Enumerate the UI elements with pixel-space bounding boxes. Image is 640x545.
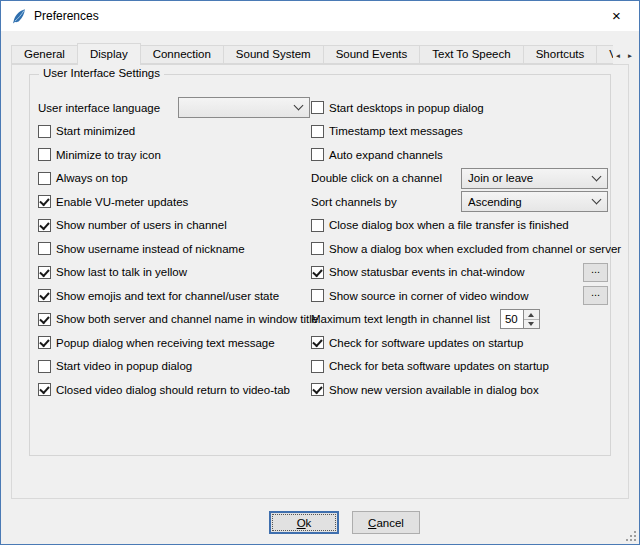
row-auto-expand-channels[interactable]: Auto expand channels [311, 143, 608, 167]
row-show-statusbar-events-in-chat-window[interactable]: Show statusbar events in chat-window... [311, 261, 608, 285]
row-popup-dialog-when-receiving-text-message[interactable]: Popup dialog when receiving text message [38, 331, 310, 355]
spin-down-button[interactable] [524, 319, 539, 329]
dropdown-value: Ascending [468, 196, 587, 208]
row-show-username-instead-of-nickname[interactable]: Show username instead of nickname [38, 237, 310, 261]
arrow-down-icon [528, 322, 534, 326]
label-show-source-in-corner-of-video-window: Show source in corner of video window [329, 290, 528, 302]
row-minimize-to-tray-icon[interactable]: Minimize to tray icon [38, 143, 310, 167]
checkbox-start-desktops-in-popup-dialog[interactable] [311, 101, 324, 114]
spinbox-value[interactable]: 50 [500, 309, 524, 329]
tab-video-capture[interactable]: Video Capture [596, 45, 613, 64]
browse-button-show-statusbar-events-in-chat-window[interactable]: ... [583, 263, 608, 282]
title-bar[interactable]: Preferences × [1, 1, 639, 31]
row-enable-vu-meter-updates[interactable]: Enable VU-meter updates [38, 190, 310, 214]
label-minimize-to-tray-icon: Minimize to tray icon [56, 149, 161, 161]
checkbox-show-statusbar-events-in-chat-window[interactable] [311, 266, 324, 279]
tab-general[interactable]: General [11, 45, 78, 64]
row-show-source-in-corner-of-video-window[interactable]: Show source in corner of video window... [311, 284, 608, 308]
row-start-video-in-popup-dialog[interactable]: Start video in popup dialog [38, 355, 310, 379]
label-show-both-server-and-channel-name-in-window-title: Show both server and channel name in win… [56, 313, 318, 325]
label-show-last-to-talk-in-yellow: Show last to talk in yellow [56, 266, 187, 278]
dropdown-sort-channels-by[interactable]: Ascending [461, 191, 608, 212]
label-auto-expand-channels: Auto expand channels [329, 149, 443, 161]
cancel-button[interactable]: Cancel [352, 511, 420, 534]
resize-grip[interactable] [625, 530, 637, 542]
chevron-down-icon [294, 101, 304, 111]
checkbox-closed-video-dialog-should-return-to-video-tab[interactable] [38, 383, 51, 396]
tab-scroll: ◄ ► [613, 48, 635, 62]
row-timestamp-text-messages[interactable]: Timestamp text messages [311, 120, 608, 144]
row-sort-channels-by: Sort channels byAscending [311, 190, 608, 214]
label-check-for-beta-software-updates-on-startup: Check for beta software updates on start… [329, 360, 549, 372]
checkbox-show-source-in-corner-of-video-window[interactable] [311, 289, 324, 302]
spinbox-maximum-text-length-in-channel-list: 50 [500, 309, 540, 329]
checkbox-close-dialog-box-when-a-file-transfer-is-finished[interactable] [311, 219, 324, 232]
tab-shortcuts[interactable]: Shortcuts [523, 45, 598, 64]
tab-sound-system[interactable]: Sound System [223, 45, 324, 64]
label-double-click-on-a-channel: Double click on a channel [311, 172, 442, 184]
checkbox-always-on-top[interactable] [38, 172, 51, 185]
checkbox-show-last-to-talk-in-yellow[interactable] [38, 266, 51, 279]
checkbox-minimize-to-tray-icon[interactable] [38, 148, 51, 161]
tab-text-to-speech[interactable]: Text To Speech [419, 45, 523, 64]
checkbox-show-a-dialog-box-when-excluded-from-channel-or-server[interactable] [311, 242, 324, 255]
window-title: Preferences [34, 9, 99, 23]
close-button[interactable]: × [594, 1, 639, 31]
chevron-down-icon [592, 171, 602, 181]
tab-connection[interactable]: Connection [140, 45, 224, 64]
left-column: User interface languageStart minimizedMi… [38, 96, 310, 402]
checkbox-auto-expand-channels[interactable] [311, 148, 324, 161]
checkbox-show-emojis-and-text-for-channel-user-state[interactable] [38, 289, 51, 302]
label-popup-dialog-when-receiving-text-message: Popup dialog when receiving text message [56, 337, 275, 349]
tab-scroll-right-icon[interactable]: ► [625, 48, 635, 62]
tab-scroll-left-icon[interactable]: ◄ [613, 48, 623, 62]
checkbox-show-new-version-available-in-dialog-box[interactable] [311, 383, 324, 396]
checkbox-popup-dialog-when-receiving-text-message[interactable] [38, 336, 51, 349]
row-show-both-server-and-channel-name-in-window-title[interactable]: Show both server and channel name in win… [38, 308, 310, 332]
row-close-dialog-box-when-a-file-transfer-is-finished[interactable]: Close dialog box when a file transfer is… [311, 214, 608, 238]
row-start-desktops-in-popup-dialog[interactable]: Start desktops in popup dialog [311, 96, 608, 120]
tab-sound-events[interactable]: Sound Events [323, 45, 421, 64]
row-check-for-beta-software-updates-on-startup[interactable]: Check for beta software updates on start… [311, 355, 608, 379]
row-show-new-version-available-in-dialog-box[interactable]: Show new version available in dialog box [311, 378, 608, 402]
ok-button[interactable]: Ok [269, 511, 339, 534]
label-check-for-software-updates-on-startup: Check for software updates on startup [329, 337, 523, 349]
label-start-video-in-popup-dialog: Start video in popup dialog [56, 360, 192, 372]
label-always-on-top: Always on top [56, 172, 128, 184]
row-closed-video-dialog-should-return-to-video-tab[interactable]: Closed video dialog should return to vid… [38, 378, 310, 402]
dropdown-user-interface-language[interactable] [178, 97, 310, 118]
checkbox-timestamp-text-messages[interactable] [311, 125, 324, 138]
label-show-number-of-users-in-channel: Show number of users in channel [56, 219, 227, 231]
tab-display[interactable]: Display [77, 43, 141, 65]
row-show-emojis-and-text-for-channel-user-state[interactable]: Show emojis and text for channel/user st… [38, 284, 310, 308]
spin-up-button[interactable] [524, 310, 539, 319]
label-start-minimized: Start minimized [56, 125, 135, 137]
row-check-for-software-updates-on-startup[interactable]: Check for software updates on startup [311, 331, 608, 355]
row-start-minimized[interactable]: Start minimized [38, 120, 310, 144]
label-user-interface-language: User interface language [38, 102, 160, 114]
label-start-desktops-in-popup-dialog: Start desktops in popup dialog [329, 102, 484, 114]
row-show-a-dialog-box-when-excluded-from-channel-or-server[interactable]: Show a dialog box when excluded from cha… [311, 237, 608, 261]
row-user-interface-language: User interface language [38, 96, 310, 120]
row-always-on-top[interactable]: Always on top [38, 167, 310, 191]
app-icon [10, 8, 27, 25]
checkbox-show-both-server-and-channel-name-in-window-title[interactable] [38, 313, 51, 326]
checkbox-check-for-beta-software-updates-on-startup[interactable] [311, 360, 324, 373]
checkbox-check-for-software-updates-on-startup[interactable] [311, 336, 324, 349]
checkbox-start-video-in-popup-dialog[interactable] [38, 360, 51, 373]
browse-button-show-source-in-corner-of-video-window[interactable]: ... [583, 286, 608, 305]
groupbox-title: User Interface Settings [39, 67, 164, 79]
checkbox-start-minimized[interactable] [38, 125, 51, 138]
row-show-last-to-talk-in-yellow[interactable]: Show last to talk in yellow [38, 261, 310, 285]
label-maximum-text-length-in-channel-list: Maximum text length in channel list [311, 313, 490, 325]
checkbox-show-number-of-users-in-channel[interactable] [38, 219, 51, 232]
checkbox-enable-vu-meter-updates[interactable] [38, 195, 51, 208]
row-show-number-of-users-in-channel[interactable]: Show number of users in channel [38, 214, 310, 238]
preferences-dialog: Preferences × GeneralDisplayConnectionSo… [0, 0, 640, 545]
checkbox-show-username-instead-of-nickname[interactable] [38, 242, 51, 255]
row-maximum-text-length-in-channel-list: Maximum text length in channel list50 [311, 308, 608, 332]
label-show-statusbar-events-in-chat-window: Show statusbar events in chat-window [329, 266, 525, 278]
label-show-a-dialog-box-when-excluded-from-channel-or-server: Show a dialog box when excluded from cha… [329, 243, 621, 255]
label-close-dialog-box-when-a-file-transfer-is-finished: Close dialog box when a file transfer is… [329, 219, 569, 231]
dropdown-double-click-on-a-channel[interactable]: Join or leave [461, 168, 608, 189]
